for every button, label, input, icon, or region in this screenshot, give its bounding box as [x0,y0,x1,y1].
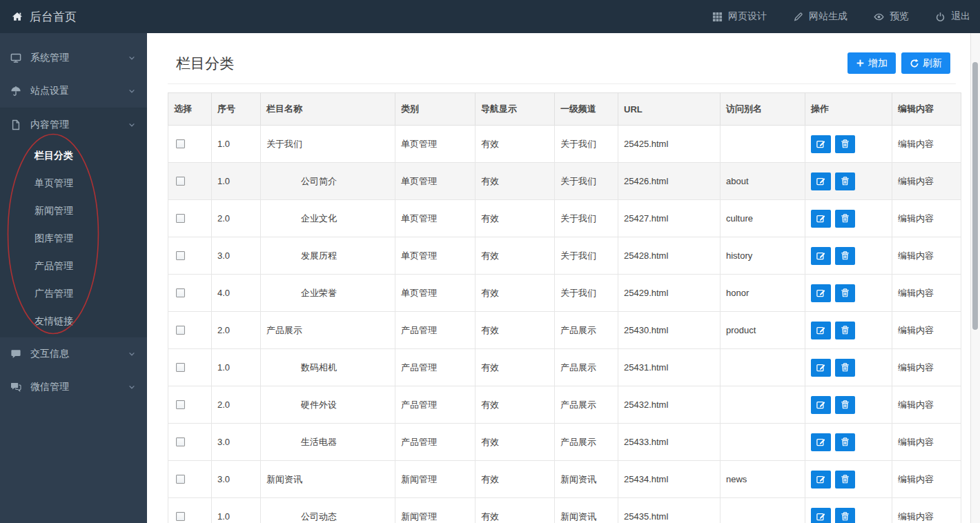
sidebar-item-system-management[interactable]: 系统管理 [0,41,147,75]
category-cell: 新闻管理 [395,461,476,498]
home-link[interactable]: 后台首页 [11,9,77,25]
table-row: 3.0 生活电器 产品管理 有效 产品展示 25433.html 编辑内容 [168,424,961,461]
edit-content-cell: 编辑内容 [892,461,961,498]
edit-row-button[interactable] [811,135,831,153]
delete-row-button[interactable] [835,247,855,265]
delete-row-button[interactable] [835,210,855,228]
edit-content-link[interactable]: 编辑内容 [898,250,934,261]
sidebar-subitem-column-category[interactable]: 栏目分类 [0,141,147,169]
column-header-0: 选择 [168,93,212,126]
sidebar-subitem-single-page[interactable]: 单页管理 [0,169,147,197]
delete-row-button[interactable] [835,471,855,489]
row-checkbox[interactable] [176,326,185,335]
table-row: 3.0 新闻资讯 新闻管理 有效 新闻资讯 25434.html news 编辑… [168,461,961,498]
row-checkbox[interactable] [176,288,185,297]
row-checkbox[interactable] [176,363,185,372]
edit-content-link[interactable]: 编辑内容 [898,139,934,149]
channel-cell: 产品展示 [555,312,618,349]
scrollbar-thumb[interactable] [972,62,978,330]
sidebar-subitem-advertising[interactable]: 广告管理 [0,279,147,307]
edit-icon [816,176,826,186]
select-cell [168,163,212,200]
vertical-scrollbar[interactable] [970,33,980,523]
row-checkbox[interactable] [176,139,185,148]
row-checkbox[interactable] [176,475,185,484]
order-cell: 3.0 [212,424,261,461]
edit-content-link[interactable]: 编辑内容 [898,288,934,298]
chevron-down-icon [128,87,136,95]
ops-cell [805,200,892,237]
edit-row-button[interactable] [811,433,831,451]
delete-row-button[interactable] [835,508,855,523]
edit-content-link[interactable]: 编辑内容 [898,511,934,522]
edit-row-button[interactable] [811,322,831,339]
category-cell: 单页管理 [395,275,476,312]
trash-icon [840,511,850,522]
name-cell: 关于我们 [261,126,395,163]
sidebar-item-content-management[interactable]: 内容管理 [0,108,147,141]
edit-row-button[interactable] [811,210,831,228]
edit-content-link[interactable]: 编辑内容 [898,399,934,410]
row-checkbox[interactable] [176,400,185,409]
edit-row-button[interactable] [811,396,831,414]
topbar-item-site-generate[interactable]: 网站生成 [793,10,847,23]
delete-row-button[interactable] [835,359,855,377]
topbar-item-logout[interactable]: 退出 [935,10,970,23]
channel-cell: 新闻资讯 [555,498,618,523]
alias-cell [721,349,805,386]
trash-icon [840,288,850,298]
sidebar-item-site-settings[interactable]: 站点设置 [0,75,147,108]
nav-display-cell: 有效 [476,386,555,424]
edit-row-button[interactable] [811,471,831,489]
name-cell: 企业荣誉 [261,275,395,312]
edit-content-link[interactable]: 编辑内容 [898,325,934,335]
nav-display-cell: 有效 [476,200,555,237]
edit-row-button[interactable] [811,172,831,190]
row-checkbox[interactable] [176,251,185,260]
row-checkbox[interactable] [176,512,185,521]
channel-cell: 产品展示 [555,386,618,424]
sidebar-subitem-gallery[interactable]: 图库管理 [0,224,147,252]
delete-row-button[interactable] [835,322,855,339]
select-cell [168,126,212,163]
sidebar-subitem-news[interactable]: 新闻管理 [0,197,147,224]
row-checkbox[interactable] [176,177,185,186]
table-row: 1.0 公司动态 新闻管理 有效 新闻资讯 25435.html 编辑内容 [168,498,961,523]
edit-content-link[interactable]: 编辑内容 [898,474,934,484]
nav-display-cell: 有效 [476,461,555,498]
alias-cell: history [721,237,805,275]
row-checkbox[interactable] [176,214,185,223]
delete-row-button[interactable] [835,135,855,153]
delete-row-button[interactable] [835,172,855,190]
edit-row-button[interactable] [811,508,831,523]
url-cell: 25433.html [618,424,721,461]
edit-content-link[interactable]: 编辑内容 [898,362,934,373]
edit-row-button[interactable] [811,359,831,377]
home-icon [11,10,23,23]
alias-cell: about [721,163,805,200]
delete-row-button[interactable] [835,396,855,414]
topbar-item-preview[interactable]: 预览 [874,10,909,23]
edit-content-link[interactable]: 编辑内容 [898,213,934,224]
edit-content-link[interactable]: 编辑内容 [898,437,934,447]
edit-icon [816,474,826,484]
delete-row-button[interactable] [835,284,855,302]
order-cell: 2.0 [212,200,261,237]
pencil-icon [793,12,803,22]
sidebar-subitem-product[interactable]: 产品管理 [0,252,147,279]
refresh-button[interactable]: 刷新 [901,52,950,74]
topbar-item-web-design[interactable]: 网页设计 [712,10,767,23]
trash-icon [840,213,850,224]
edit-row-button[interactable] [811,247,831,265]
sidebar-item-interaction-info[interactable]: 交互信息 [0,337,147,371]
edit-row-button[interactable] [811,284,831,302]
ops-cell [805,312,892,349]
sidebar-subitem-friend-links[interactable]: 友情链接 [0,307,147,335]
edit-content-cell: 编辑内容 [892,312,961,349]
sidebar-item-wechat-management[interactable]: 微信管理 [0,371,147,404]
row-checkbox[interactable] [176,437,185,446]
delete-row-button[interactable] [835,433,855,451]
edit-content-link[interactable]: 编辑内容 [898,176,934,186]
add-button[interactable]: 增加 [847,52,896,74]
edit-icon [816,362,826,373]
